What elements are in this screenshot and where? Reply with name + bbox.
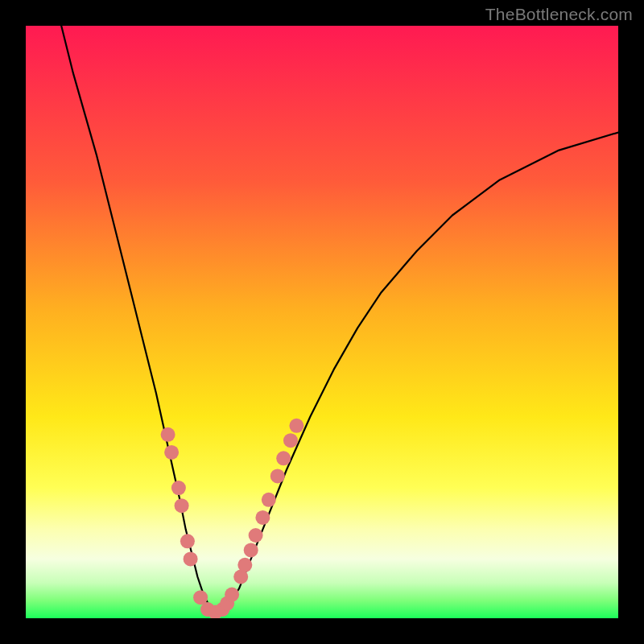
dot <box>244 543 258 557</box>
chart-svg <box>26 26 618 618</box>
dot <box>255 510 270 525</box>
gradient-background <box>26 26 618 618</box>
dot <box>249 528 263 543</box>
watermark-text: TheBottleneck.com <box>485 5 633 24</box>
dot <box>276 451 291 465</box>
dot <box>237 558 252 572</box>
dot <box>262 493 276 507</box>
dot <box>184 551 198 566</box>
dot <box>289 419 303 433</box>
dot <box>164 445 179 460</box>
chart-frame <box>26 26 618 618</box>
dot <box>270 469 285 483</box>
dot <box>283 433 298 448</box>
dot <box>161 427 175 442</box>
dot <box>225 588 239 602</box>
dot <box>171 481 186 495</box>
dot <box>180 534 195 548</box>
dot <box>175 498 189 513</box>
